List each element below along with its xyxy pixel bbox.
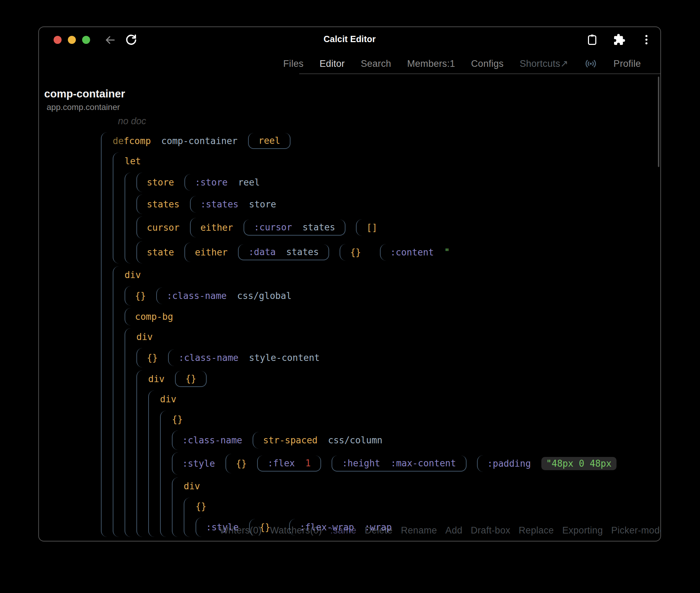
- expr-bindings[interactable]: store :store reel states :states store: [125, 173, 642, 263]
- token-div3[interactable]: div: [148, 374, 165, 384]
- token-style-map[interactable]: {}: [236, 458, 247, 469]
- expr-div1-map[interactable]: {} :class-name css/global: [125, 286, 642, 306]
- expr-cursor-fallback[interactable]: []: [356, 219, 385, 236]
- token-cursor-key[interactable]: :cursor: [254, 222, 292, 232]
- token-div2-map[interactable]: {}: [147, 353, 158, 363]
- expr-flex[interactable]: :flex 1: [257, 456, 321, 472]
- kebab-menu-icon[interactable]: [640, 33, 653, 46]
- rename-button[interactable]: Rename: [401, 525, 437, 536]
- expr-div3-map[interactable]: {}: [175, 371, 207, 387]
- token-comp-bg[interactable]: comp-bg: [135, 311, 173, 322]
- token-data-key[interactable]: :data: [248, 247, 276, 257]
- token-store[interactable]: store: [147, 177, 174, 188]
- token-css-column[interactable]: css/column: [328, 435, 383, 445]
- token-div2-class-value[interactable]: style-content: [249, 353, 320, 363]
- nav-search[interactable]: Search: [361, 58, 391, 69]
- delete-button[interactable]: Delete: [365, 525, 392, 536]
- token-height-key[interactable]: :height: [342, 458, 380, 468]
- expr-binding-state[interactable]: state either :data states {} :cont: [136, 241, 642, 263]
- expr-cursor-value[interactable]: either :cursor states []: [190, 218, 394, 237]
- expr-div2[interactable]: div {} :class-name style-content div: [125, 328, 642, 537]
- nav-shortcuts[interactable]: Shortcuts↗: [520, 58, 568, 69]
- token-div4-map[interactable]: {}: [172, 414, 183, 425]
- expr-binding-store[interactable]: store :store reel: [136, 173, 642, 192]
- expr-content[interactable]: :content ": [380, 244, 458, 261]
- exporting-button[interactable]: Exporting: [562, 525, 603, 536]
- nav-editor[interactable]: Editor: [320, 58, 345, 69]
- expr-div1[interactable]: div {} :class-name css/global comp-bg di…: [113, 266, 642, 537]
- doc-placeholder[interactable]: no doc: [118, 116, 146, 127]
- expr-binding-cursor[interactable]: cursor either :cursor states []: [136, 216, 642, 239]
- extensions-puzzle-icon[interactable]: [613, 33, 626, 46]
- token-defcomp-main[interactable]: fcomp: [124, 136, 151, 146]
- token-cursor-arg[interactable]: states: [302, 222, 335, 232]
- expr-args[interactable]: reel: [248, 133, 291, 149]
- replace-button[interactable]: Replace: [519, 525, 554, 536]
- expr-style-map[interactable]: {} :flex 1 :height :max-content: [225, 454, 633, 473]
- expr-height[interactable]: :height :max-content: [332, 456, 466, 472]
- token-state[interactable]: state: [147, 247, 174, 258]
- clipboard-icon[interactable]: [586, 33, 598, 46]
- expr-let[interactable]: let store :store reel states :states: [113, 152, 642, 263]
- expr-state-map[interactable]: {}: [340, 244, 369, 261]
- expr-states-value[interactable]: :states store: [190, 196, 285, 213]
- expr-classline[interactable]: :class-name str-spaced css/column: [172, 430, 642, 450]
- token-div2-class-key[interactable]: :class-name: [178, 353, 238, 363]
- token-flex-value[interactable]: 1: [305, 458, 311, 468]
- expr-padding[interactable]: :padding "48px 0 48px: [477, 455, 625, 472]
- expr-comp-bg[interactable]: comp-bg: [125, 308, 642, 325]
- nav-files[interactable]: Files: [283, 58, 304, 69]
- token-classline-key[interactable]: :class-name: [182, 435, 242, 445]
- add-button[interactable]: Add: [445, 525, 462, 536]
- token-div5-map[interactable]: {}: [196, 501, 206, 512]
- token-str-spaced[interactable]: str-spaced: [263, 435, 318, 445]
- expr-div4-map[interactable]: {} :class-name str-spaced css/column: [160, 411, 642, 537]
- expr-store-value[interactable]: :store reel: [184, 174, 268, 191]
- nav-members[interactable]: Members:1: [407, 58, 455, 69]
- token-div1-map[interactable]: {}: [135, 291, 146, 301]
- picker-mode-button[interactable]: Picker-mode: [611, 525, 661, 536]
- expr-div2-map[interactable]: {} :class-name style-content: [136, 348, 642, 367]
- token-let[interactable]: let: [125, 156, 141, 166]
- token-either-2[interactable]: either: [195, 247, 228, 258]
- token-comp-name[interactable]: comp-container: [161, 136, 238, 146]
- token-defcomp[interactable]: defcomp: [113, 136, 151, 146]
- expr-defcomp[interactable]: defcomp comp-container reel let store :s…: [101, 132, 642, 537]
- token-padding-string[interactable]: "48px 0 48px: [541, 457, 617, 470]
- expr-data-states[interactable]: :data states: [238, 244, 329, 260]
- token-div1[interactable]: div: [125, 270, 141, 280]
- draft-box-button[interactable]: Draft-box: [471, 525, 510, 536]
- token-height-value[interactable]: :max-content: [391, 458, 456, 468]
- expr-div4[interactable]: div {} :class-name str-spaced: [148, 390, 642, 537]
- scrollbar-thumb[interactable]: [658, 77, 659, 167]
- token-defcomp-dim[interactable]: de: [113, 136, 124, 146]
- expr-div2-class[interactable]: :class-name style-content: [168, 349, 328, 366]
- expr-styleline[interactable]: :style {} :flex 1 :height: [172, 452, 642, 475]
- token-flex-key[interactable]: :flex: [268, 458, 295, 468]
- token-states[interactable]: states: [147, 199, 180, 209]
- expr-state-value[interactable]: either :data states {} :content ": [184, 243, 466, 262]
- token-store-arg[interactable]: reel: [238, 177, 260, 188]
- token-div1-class-value[interactable]: css/global: [237, 291, 292, 301]
- token-content-key[interactable]: :content: [390, 247, 434, 258]
- token-store-key[interactable]: :store: [195, 177, 228, 188]
- token-states-arg[interactable]: store: [249, 199, 276, 209]
- token-cursor[interactable]: cursor: [147, 222, 180, 233]
- token-empty-vector[interactable]: []: [366, 222, 377, 233]
- token-padding-key[interactable]: :padding: [487, 458, 531, 469]
- token-empty-map[interactable]: {}: [350, 247, 361, 258]
- expr-div1-class[interactable]: :class-name css/global: [156, 287, 300, 304]
- token-data-arg[interactable]: states: [286, 247, 319, 257]
- token-div4[interactable]: div: [160, 394, 176, 404]
- expr-classline-value[interactable]: str-spaced css/column: [253, 432, 391, 449]
- token-either[interactable]: either: [200, 222, 233, 233]
- token-content-string[interactable]: ": [444, 247, 450, 258]
- nav-profile[interactable]: Profile: [613, 58, 641, 69]
- token-arg-reel[interactable]: reel: [258, 135, 280, 146]
- nav-configs[interactable]: Configs: [471, 58, 504, 69]
- expr-div3[interactable]: div {} div {}: [136, 370, 642, 537]
- expr-binding-states[interactable]: states :states store: [136, 195, 642, 214]
- token-style-key[interactable]: :style: [182, 458, 215, 469]
- expr-cursor-states[interactable]: :cursor states: [244, 220, 346, 236]
- token-div5[interactable]: div: [184, 481, 200, 491]
